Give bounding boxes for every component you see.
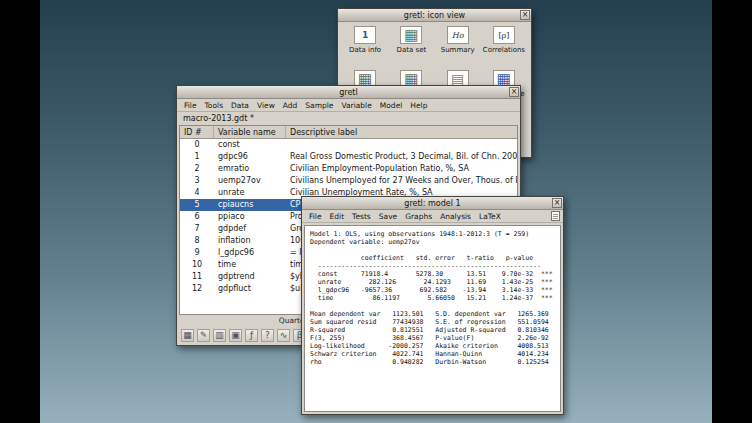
row-id: 1 xyxy=(180,151,214,163)
menu-variable[interactable]: Variable xyxy=(337,101,375,110)
row-id: 10 xyxy=(180,259,214,271)
row-id: 5 xyxy=(180,199,214,211)
table-header: ID # Variable name Descriptive label xyxy=(180,126,517,139)
row-descriptive-label: Civilian Employment-Population Ratio, %,… xyxy=(286,163,517,175)
model-title: gretl: model 1 xyxy=(404,197,460,210)
table-row[interactable]: 1 gdpc96 Real Gross Domestic Product, 3 … xyxy=(180,151,517,163)
menu-model[interactable]: Model xyxy=(376,101,407,110)
row-variable-name: const xyxy=(214,139,286,151)
data-info-icon: 1 xyxy=(354,26,376,44)
row-id: 8 xyxy=(180,235,214,247)
row-variable-name: gdpc96 xyxy=(214,151,286,163)
console-icon[interactable]: ▥ xyxy=(213,329,226,342)
row-variable-name: gdptrend xyxy=(214,271,286,283)
graph-icon[interactable]: ∿ xyxy=(277,329,290,342)
correlations-icon: [ρ] xyxy=(493,26,515,44)
new-script-icon[interactable]: ✎ xyxy=(197,329,210,342)
table-row[interactable]: 2 emratio Civilian Employment-Population… xyxy=(180,163,517,175)
row-id: 2 xyxy=(180,163,214,175)
desktop: gretl: icon view × 1 Data info ▦ Data se… xyxy=(0,0,752,423)
menu-tools[interactable]: Tools xyxy=(201,101,227,110)
model-menu-file[interactable]: File xyxy=(305,212,326,221)
row-variable-name: l_gdpc96 xyxy=(214,247,286,259)
row-id: 7 xyxy=(180,223,214,235)
calculator-icon[interactable]: ▦ xyxy=(181,329,194,342)
close-icon[interactable]: × xyxy=(509,87,519,97)
row-variable-name: time xyxy=(214,259,286,271)
row-id: 12 xyxy=(180,283,214,295)
table-row[interactable]: 3 uemp27ov Civilians Unemployed for 27 W… xyxy=(180,175,517,187)
model-titlebar[interactable]: gretl: model 1 × xyxy=(302,197,563,210)
model-menu-save[interactable]: Save xyxy=(375,212,401,221)
model-menubar: File Edit Tests Save Graphs Analysis LaT… xyxy=(302,210,563,223)
icon-label-correlations: Correlations xyxy=(483,46,525,54)
summary-icon: Ho xyxy=(447,26,469,44)
row-id: 0 xyxy=(180,139,214,151)
icon-label-summary: Summary xyxy=(441,46,475,54)
main-title: gretl xyxy=(339,86,357,99)
row-id: 3 xyxy=(180,175,214,187)
menu-sample[interactable]: Sample xyxy=(301,101,337,110)
model-menu-graphs[interactable]: Graphs xyxy=(401,212,436,221)
close-icon[interactable]: × xyxy=(520,10,530,20)
icon-view-title: gretl: icon view xyxy=(404,9,465,22)
icon-label-data-info: Data info xyxy=(349,46,381,54)
row-variable-name: inflation xyxy=(214,235,286,247)
menu-help[interactable]: Help xyxy=(406,101,431,110)
menu-view[interactable]: View xyxy=(253,101,279,110)
command-reference-icon[interactable]: ? xyxy=(261,329,274,342)
model-menu-analysis[interactable]: Analysis xyxy=(436,212,475,221)
row-variable-name: ppiaco xyxy=(214,211,286,223)
icon-item-data-set[interactable]: ▦ Data set xyxy=(388,26,434,62)
model-menu-latex[interactable]: LaTeX xyxy=(475,212,505,221)
row-variable-name: gdpfluct xyxy=(214,283,286,295)
menu-file[interactable]: File xyxy=(180,101,201,110)
model-window: gretl: model 1 × File Edit Tests Save Gr… xyxy=(301,196,564,415)
row-id: 9 xyxy=(180,247,214,259)
menu-add[interactable]: Add xyxy=(279,101,302,110)
menu-data[interactable]: Data xyxy=(227,101,253,110)
icon-item-correlations[interactable]: [ρ] Correlations xyxy=(481,26,527,62)
row-id: 4 xyxy=(180,187,214,199)
table-row[interactable]: 0 const xyxy=(180,139,517,151)
data-set-icon: ▦ xyxy=(400,26,422,44)
row-descriptive-label xyxy=(286,139,517,151)
column-header-id[interactable]: ID # xyxy=(180,126,214,138)
function-packages-icon[interactable]: ƒ xyxy=(245,329,258,342)
model-output-text: Model 1: OLS, using observations 1948:1-… xyxy=(305,226,560,370)
row-descriptive-label: Civilians Unemployed for 27 Weeks and Ov… xyxy=(286,175,517,187)
row-id: 11 xyxy=(180,271,214,283)
icon-item-summary[interactable]: Ho Summary xyxy=(435,26,481,62)
icon-label-data-set: Data set xyxy=(397,46,427,54)
row-variable-name: unrate xyxy=(214,187,286,199)
close-icon[interactable]: × xyxy=(552,198,562,208)
row-variable-name: gdpdef xyxy=(214,223,286,235)
row-variable-name: cpiaucns xyxy=(214,199,286,211)
icon-view-titlebar[interactable]: gretl: icon view × xyxy=(338,9,531,22)
row-variable-name: emratio xyxy=(214,163,286,175)
row-id: 6 xyxy=(180,211,214,223)
column-header-variable-name[interactable]: Variable name xyxy=(214,126,286,138)
dataset-label: macro-2013.gdt * xyxy=(177,112,520,125)
column-header-descriptive-label[interactable]: Descriptive label xyxy=(286,126,517,138)
model-menu-tests[interactable]: Tests xyxy=(348,212,375,221)
main-menubar: File Tools Data View Add Sample Variable… xyxy=(177,99,520,112)
row-variable-name: uemp27ov xyxy=(214,175,286,187)
main-titlebar[interactable]: gretl × xyxy=(177,86,520,99)
row-descriptive-label: Real Gross Domestic Product, 3 Decimal, … xyxy=(286,151,517,163)
session-icon-view-icon[interactable]: ▣ xyxy=(229,329,242,342)
document-icon[interactable] xyxy=(551,211,560,221)
model-menu-edit[interactable]: Edit xyxy=(326,212,349,221)
model-output-area: Model 1: OLS, using observations 1948:1-… xyxy=(304,225,561,412)
icon-item-data-info[interactable]: 1 Data info xyxy=(342,26,388,62)
